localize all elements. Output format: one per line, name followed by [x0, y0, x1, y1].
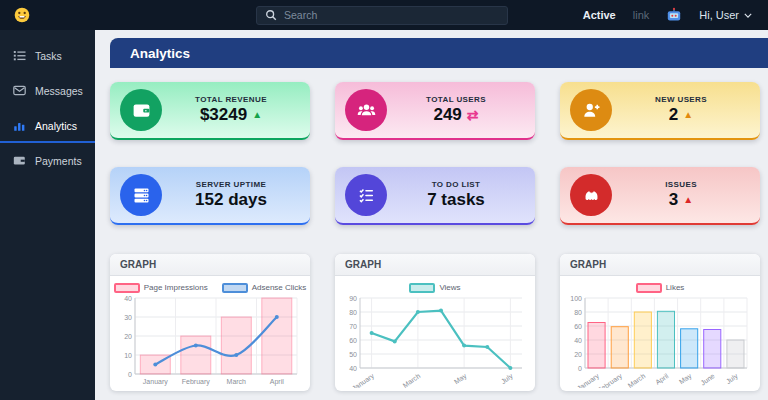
svg-text:April: April	[270, 378, 284, 386]
topbar: Active link Hi, User	[0, 0, 768, 30]
svg-text:90: 90	[349, 295, 357, 302]
svg-text:July: July	[725, 372, 740, 386]
sidebar-item-payments[interactable]: Payments	[0, 143, 95, 178]
sidebar-item-label: Messages	[35, 85, 83, 97]
legend-label: Page Impressions	[144, 283, 208, 292]
stat-card-total-users: TOTAL USERS 249⇄	[335, 82, 535, 140]
svg-text:July: July	[500, 372, 515, 386]
legend-swatch	[222, 283, 248, 293]
robot-emoji-avatar[interactable]	[666, 7, 682, 23]
bar-line-chart: 010203040JanuaryFebruaryMarchApril	[115, 294, 305, 388]
stat-value: $3249	[200, 105, 247, 125]
svg-text:February: February	[182, 378, 211, 386]
legend-item[interactable]: Views	[409, 283, 460, 293]
legend-swatch	[636, 283, 662, 293]
svg-text:March: March	[627, 372, 647, 388]
chevron-down-icon	[744, 13, 752, 18]
sidebar-item-messages[interactable]: Messages	[0, 73, 95, 108]
svg-text:March: March	[402, 372, 422, 388]
chart-legend: Views	[337, 281, 533, 294]
server-icon	[120, 174, 162, 216]
analytics-icon	[13, 119, 26, 132]
trend-up-icon: ▲	[683, 110, 693, 120]
swap-arrows-icon: ⇄	[467, 108, 479, 122]
stat-label: TOTAL REVENUE	[162, 95, 300, 104]
main-area: Analytics TOTAL REVENUE $3249▲	[95, 30, 768, 400]
stat-value: 152 days	[195, 190, 267, 210]
dashboard-app: Active link Hi, User Tasks	[0, 0, 768, 400]
grinning-face-emoji	[14, 7, 30, 23]
topbar-right: Active link Hi, User	[583, 7, 768, 23]
legend-item[interactable]: Adsense Clicks	[222, 283, 307, 293]
sidebar-item-tasks[interactable]: Tasks	[0, 38, 95, 73]
app-logo[interactable]	[0, 7, 95, 23]
svg-text:March: March	[227, 378, 247, 385]
trend-up-icon: ▲	[683, 195, 693, 205]
legend-swatch	[409, 283, 435, 293]
svg-text:40: 40	[349, 365, 357, 372]
stat-card-new-users: NEW USERS 2▲	[560, 82, 760, 140]
graph-card-likes: GRAPH Likes 020406080100JanuaryFebruaryM…	[560, 254, 760, 391]
bar-chart: 020406080100JanuaryFebruaryMarchAprilMay…	[565, 294, 755, 388]
svg-text:May: May	[678, 372, 694, 386]
svg-text:0: 0	[578, 365, 582, 372]
sidebar-item-label: Analytics	[35, 120, 77, 132]
legend-label: Views	[439, 283, 460, 292]
svg-text:50: 50	[349, 351, 357, 358]
legend-item[interactable]: Page Impressions	[114, 283, 208, 293]
svg-text:70: 70	[349, 323, 357, 330]
svg-text:80: 80	[574, 309, 582, 316]
svg-text:20: 20	[574, 351, 582, 358]
chart-legend: Likes	[562, 281, 758, 294]
line-chart: 405060708090JanuaryMarchMayJuly	[340, 294, 530, 388]
svg-text:January: January	[576, 372, 601, 388]
stats-grid: TOTAL REVENUE $3249▲ TOTAL USERS 249⇄	[110, 82, 760, 225]
stat-label: NEW USERS	[612, 95, 750, 104]
legend-swatch	[114, 283, 140, 293]
graph-card-title: GRAPH	[335, 254, 535, 276]
charts-grid: GRAPH Page ImpressionsAdsense Clicks 010…	[110, 254, 760, 391]
tasks-icon	[13, 49, 26, 62]
user-menu[interactable]: Hi, User	[699, 9, 752, 21]
svg-text:June: June	[699, 372, 716, 387]
svg-text:60: 60	[349, 337, 357, 344]
legend-label: Adsense Clicks	[252, 283, 307, 292]
chart-legend: Page ImpressionsAdsense Clicks	[112, 281, 308, 294]
svg-text:May: May	[453, 372, 469, 386]
stat-value: 7 tasks	[427, 190, 485, 210]
stat-label: TOTAL USERS	[387, 95, 525, 104]
sidebar-item-label: Payments	[35, 155, 82, 167]
stat-label: ISSUES	[612, 180, 750, 189]
svg-text:0: 0	[128, 371, 132, 378]
svg-text:January: January	[143, 378, 168, 386]
search-input[interactable]	[284, 9, 499, 21]
nav-link[interactable]: link	[633, 9, 650, 21]
legend-item[interactable]: Likes	[636, 283, 685, 293]
sidebar-item-label: Tasks	[35, 50, 62, 62]
users-icon	[345, 89, 387, 131]
stat-card-todo-list: TO DO LIST 7 tasks	[335, 167, 535, 225]
user-menu-label: Hi, User	[699, 9, 739, 21]
graph-card-title: GRAPH	[560, 254, 760, 276]
svg-text:40: 40	[574, 337, 582, 344]
stat-value: 3	[669, 190, 678, 210]
trend-up-icon: ▲	[252, 110, 262, 120]
stat-label: TO DO LIST	[387, 180, 525, 189]
user-plus-icon	[570, 89, 612, 131]
svg-text:January: January	[351, 372, 376, 388]
stat-value: 2	[669, 105, 678, 125]
svg-text:20: 20	[124, 333, 132, 340]
stat-card-total-revenue: TOTAL REVENUE $3249▲	[110, 82, 310, 140]
svg-text:60: 60	[574, 323, 582, 330]
search-box	[256, 6, 508, 25]
sidebar-item-analytics[interactable]: Analytics	[0, 108, 95, 143]
active-link[interactable]: Active	[583, 9, 616, 21]
legend-label: Likes	[666, 283, 685, 292]
page-title-bar: Analytics	[110, 38, 768, 68]
stat-card-server-uptime: SERVER UPTIME 152 days	[110, 167, 310, 225]
stat-label: SERVER UPTIME	[162, 180, 300, 189]
stat-value: 249	[433, 105, 461, 125]
svg-text:February: February	[596, 372, 624, 388]
sidebar: Tasks Messages Analytics Payments	[0, 30, 95, 400]
stat-card-issues: ISSUES 3▲	[560, 167, 760, 225]
